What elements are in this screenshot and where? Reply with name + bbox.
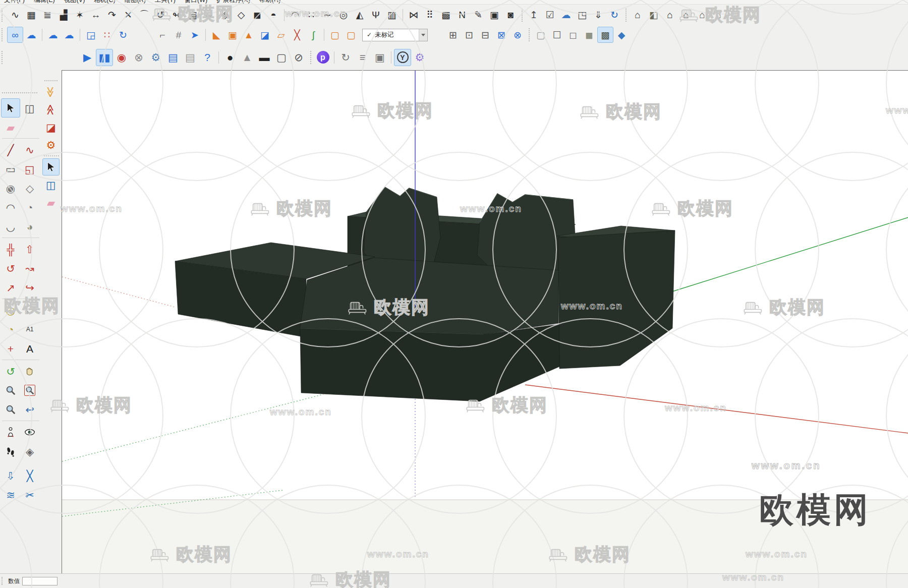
strip-drag-grip[interactable]: [44, 80, 58, 81]
dropdown-arrow-button[interactable]: [419, 29, 427, 41]
north-angle-tool[interactable]: N: [454, 7, 470, 23]
cloud-download-button[interactable]: ☁: [558, 7, 574, 23]
solid-outer-shell[interactable]: ⊞: [445, 27, 461, 43]
look-around-tool[interactable]: [20, 423, 39, 442]
zoom-tool[interactable]: [1, 381, 20, 400]
panel-tool[interactable]: ◪: [257, 27, 273, 43]
arch-curve-tool[interactable]: ⌒: [136, 7, 152, 23]
arch-solid-tool[interactable]: ◠: [287, 7, 303, 23]
curve-cut-tool[interactable]: ✕: [120, 7, 136, 23]
collapse-down-button[interactable]: ≫: [42, 83, 60, 100]
position-camera-tool[interactable]: [1, 423, 20, 442]
strip-select-tool[interactable]: [42, 158, 60, 175]
weld-curves-tool[interactable]: ✶: [72, 7, 88, 23]
animation-help-button[interactable]: ?: [199, 49, 216, 66]
zoom-extents-tool[interactable]: [1, 400, 20, 419]
collapse-up-button[interactable]: ≪: [42, 101, 60, 118]
3d-text-tool[interactable]: A: [20, 339, 39, 358]
edge-cone-style[interactable]: ▲: [239, 49, 256, 66]
menu-item-7[interactable]: 扩展程序(X): [216, 0, 250, 4]
cage-tool[interactable]: ▥: [384, 7, 400, 23]
palette-drag-grip[interactable]: [2, 92, 37, 93]
menu-item-6[interactable]: 窗口(W): [185, 0, 207, 4]
refresh-button[interactable]: ↻: [606, 7, 622, 23]
wave-tool[interactable]: ∼: [319, 7, 335, 23]
triple-diamond-tool[interactable]: ◈: [217, 7, 233, 23]
cloud-check-button[interactable]: ☁: [45, 27, 61, 43]
capture-frame-button[interactable]: ◲: [83, 27, 99, 43]
material-paint-button[interactable]: ◪: [42, 119, 60, 136]
rectangle-tool[interactable]: ▭: [1, 159, 20, 179]
dimension-stretch-tool[interactable]: ↔: [88, 7, 104, 23]
plugin-gears-button[interactable]: ⚙: [42, 136, 60, 153]
menu-item-0[interactable]: 文件(F): [4, 0, 25, 4]
rake-tool[interactable]: Ψ: [368, 7, 384, 23]
sofa-model[interactable]: [175, 187, 675, 401]
edge-thick-style[interactable]: ▬: [256, 49, 273, 66]
follow-me-tool[interactable]: ↝: [20, 259, 39, 278]
cut-crossing-button[interactable]: ╳: [20, 466, 39, 485]
style-monochrome[interactable]: ◆: [613, 27, 630, 43]
tag-frame-button[interactable]: ▢: [327, 27, 343, 43]
box-sync-button[interactable]: ◳: [574, 7, 590, 23]
sync-timer-button[interactable]: ↻: [115, 27, 131, 43]
view-back-house[interactable]: ⌂: [694, 7, 710, 23]
orbit-tool[interactable]: ↺: [1, 362, 20, 381]
loop-curve-tool[interactable]: ↺: [152, 7, 168, 23]
strip-component-tool[interactable]: ◫: [42, 176, 60, 193]
stairs-tool[interactable]: ≣: [39, 7, 55, 23]
zoom-window-tool[interactable]: [20, 381, 39, 400]
gear-flower-button[interactable]: ⚙: [411, 49, 428, 66]
solid-subtract[interactable]: ⊠: [493, 27, 509, 43]
pie-tool[interactable]: ◔: [20, 198, 39, 217]
toolbar-grip[interactable]: [2, 9, 5, 22]
chart-columns-tool[interactable]: ▟: [55, 7, 72, 23]
mirror-tool[interactable]: ⋈: [406, 7, 422, 23]
brush-tool[interactable]: ✎: [470, 7, 486, 23]
text-tool[interactable]: A1: [20, 320, 39, 339]
bead-chain-tool[interactable]: ∷: [303, 7, 319, 23]
animation-settings-button[interactable]: ⚙: [147, 49, 164, 66]
dot-matrix-tool[interactable]: ⠿: [422, 7, 438, 23]
tag-add-button[interactable]: ▢: [343, 27, 359, 43]
toolbar-grip[interactable]: [2, 28, 5, 41]
dimension-tool[interactable]: ↔: [20, 301, 39, 320]
frame-box-tool[interactable]: ▣: [224, 27, 241, 43]
cone-tool[interactable]: ▲: [241, 27, 257, 43]
rotated-rectangle-tool[interactable]: ◱: [20, 159, 39, 179]
eraser-tool[interactable]: ▰: [1, 117, 20, 137]
section-plane-tool[interactable]: ◈: [20, 442, 39, 461]
path-nodes-tool[interactable]: ∾: [201, 7, 217, 23]
strip-eraser-tool[interactable]: ▰: [42, 194, 60, 211]
profile-builder-tool[interactable]: ⌐: [154, 27, 171, 43]
push-pull-tool[interactable]: ⇧: [20, 240, 39, 259]
cloud-share-button[interactable]: ☁: [23, 27, 39, 43]
animation-play-button[interactable]: ▶: [79, 49, 96, 66]
style-wireframe[interactable]: ☐: [549, 27, 565, 43]
select-tool[interactable]: [1, 98, 20, 117]
import-model-button[interactable]: ⇩: [1, 466, 20, 485]
protractor-tool[interactable]: ◔: [1, 320, 20, 339]
cloud-link-button[interactable]: ∞: [7, 27, 23, 43]
surface-sheet-tool[interactable]: ▤: [185, 7, 201, 23]
move-tool[interactable]: ╬: [1, 240, 20, 259]
view-top-house[interactable]: ⌂: [678, 7, 694, 23]
grid-divide-tool[interactable]: ▦: [23, 7, 39, 23]
trapezoid-tool[interactable]: ▱: [273, 27, 289, 43]
bezier-curve-tool[interactable]: ∿: [7, 7, 23, 23]
animation-stop-button[interactable]: ⊗: [130, 49, 147, 66]
make-component-tool[interactable]: ◫: [20, 98, 39, 117]
y-axis-tool-button[interactable]: Y: [394, 49, 411, 66]
spiral-tool[interactable]: ◎: [335, 7, 352, 23]
wedge-tool[interactable]: ◣: [208, 27, 224, 43]
menu-item-2[interactable]: 视图(V): [64, 0, 85, 4]
edge-point-style[interactable]: ●: [221, 49, 239, 66]
layers-export-button[interactable]: ≋: [1, 485, 20, 504]
box-export-button[interactable]: ⇓: [590, 7, 606, 23]
solid-box-tool[interactable]: ◼: [249, 7, 265, 23]
view-box[interactable]: ◧: [646, 7, 662, 23]
pan-tool[interactable]: [20, 362, 39, 381]
smart-path-tool[interactable]: ➤: [187, 27, 203, 43]
toolbar-grip[interactable]: [2, 51, 5, 64]
scene-report-button[interactable]: ≡: [354, 49, 371, 66]
